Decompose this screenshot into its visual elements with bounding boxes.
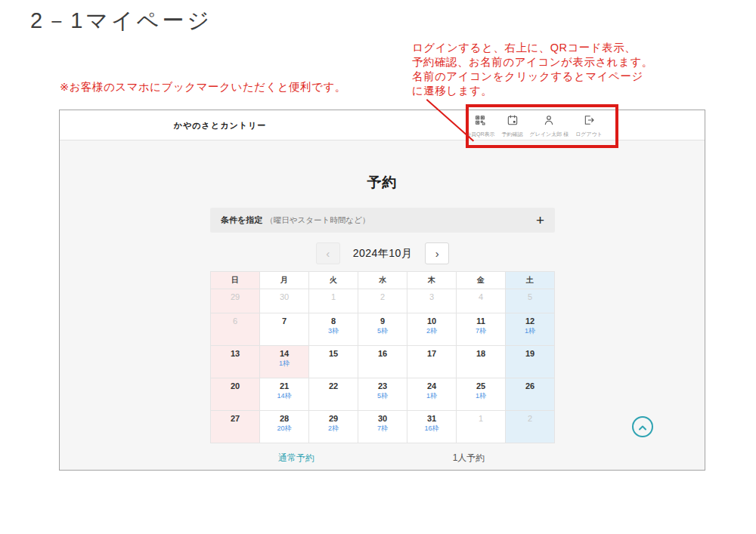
day-number: 17 <box>408 348 455 359</box>
slot-count: 16枠 <box>408 424 455 433</box>
calendar-day-cell: 1 <box>309 289 358 313</box>
slot-count <box>212 360 259 368</box>
slot-count <box>212 392 259 400</box>
filter-conditions-bar[interactable]: 条件を指定 （曜日やスタート時間など） + <box>210 208 555 233</box>
day-number: 22 <box>310 381 357 391</box>
calendar-day-cell: 4 <box>457 289 506 313</box>
calendar-day-cell[interactable]: 121枠 <box>506 313 555 346</box>
day-number: 26 <box>507 381 553 391</box>
annotation-highlight-box <box>466 104 618 148</box>
calendar-day-cell[interactable]: 20 <box>211 378 260 411</box>
day-number: 18 <box>457 348 504 359</box>
day-number: 2 <box>507 413 553 424</box>
calendar-day-cell[interactable]: 3116枠 <box>407 411 457 443</box>
day-number: 19 <box>507 348 553 359</box>
slot-count: 20枠 <box>261 424 308 433</box>
day-number: 12 <box>507 316 553 326</box>
day-number: 14 <box>261 348 308 359</box>
slot-count <box>507 392 553 400</box>
weekday-header: 土 <box>506 272 555 289</box>
day-number: 29 <box>212 292 259 302</box>
weekday-header: 火 <box>309 272 358 289</box>
slot-count: 14枠 <box>261 392 308 400</box>
calendar-weekday-row: 日月火水木金土 <box>211 272 555 289</box>
calendar-day-cell[interactable]: 17 <box>407 346 457 378</box>
day-number: 24 <box>408 381 455 391</box>
slot-count <box>261 327 308 335</box>
day-number: 30 <box>359 413 406 424</box>
day-number: 9 <box>359 316 406 326</box>
slot-count <box>359 303 406 311</box>
calendar-day-cell[interactable]: 117枠 <box>457 313 506 346</box>
calendar-day-cell: 5 <box>506 289 555 313</box>
calendar-day-cell[interactable]: 22 <box>309 378 358 411</box>
calendar-day-cell: 1 <box>457 411 506 443</box>
slot-count <box>212 327 259 335</box>
slot-count: 2枠 <box>310 424 357 433</box>
day-number: 8 <box>310 316 357 326</box>
slot-count: 5枠 <box>359 327 406 335</box>
calendar-day-cell[interactable]: 15 <box>309 346 358 378</box>
scroll-to-top-button[interactable] <box>632 416 653 437</box>
day-number: 4 <box>457 292 504 302</box>
calendar-day-cell[interactable]: 16 <box>358 346 407 378</box>
slot-count <box>507 360 553 368</box>
weekday-header: 木 <box>407 272 457 289</box>
day-number: 28 <box>261 413 308 424</box>
calendar-day-cell[interactable]: 292枠 <box>309 411 358 443</box>
annotation-text: ログインすると、右上に、QRコード表示、 予約確認、お名前のアイコンが表示されま… <box>412 41 653 98</box>
calendar-day-cell[interactable]: 83枠 <box>309 313 358 346</box>
day-number: 13 <box>212 348 259 359</box>
slot-count <box>408 303 455 311</box>
weekday-header: 月 <box>260 272 309 289</box>
day-number: 30 <box>261 292 308 302</box>
slot-count: 5枠 <box>359 392 406 400</box>
calendar-day-cell: 6 <box>211 313 260 346</box>
slot-count: 3枠 <box>310 327 357 335</box>
day-number: 1 <box>457 413 504 424</box>
prev-month-button[interactable]: ‹ <box>316 242 340 264</box>
document-page: 2－1マイページ ※お客様のスマホにブックマークいただくと便利です。 ログインす… <box>0 0 756 534</box>
day-number: 20 <box>212 381 259 391</box>
calendar-day-cell[interactable]: 2820枠 <box>260 411 309 443</box>
day-number: 2 <box>359 292 406 302</box>
month-navigation: ‹ 2024年10月 › <box>210 242 555 264</box>
day-number: 23 <box>359 381 406 391</box>
slot-count: 1枠 <box>408 392 455 400</box>
calendar-day-cell[interactable]: 251枠 <box>457 378 506 411</box>
slot-count <box>261 303 308 311</box>
slot-count <box>310 360 357 368</box>
calendar-day-cell[interactable]: 19 <box>506 346 555 378</box>
reservation-tab-bar: 通常予約 1人予約 <box>210 452 555 465</box>
slot-count: 1枠 <box>261 360 308 368</box>
calendar-day-cell[interactable]: 26 <box>506 378 555 411</box>
calendar-day-cell[interactable]: 102枠 <box>407 313 457 346</box>
calendar-day-cell[interactable]: 27 <box>211 411 260 443</box>
calendar-day-cell[interactable]: 235枠 <box>358 378 407 411</box>
chevron-up-icon <box>638 420 647 434</box>
calendar-day-cell[interactable]: 18 <box>457 346 506 378</box>
tab-normal-reservation[interactable]: 通常予約 <box>210 452 383 465</box>
calendar-day-cell[interactable]: 141枠 <box>260 346 309 378</box>
day-number: 5 <box>507 292 553 302</box>
next-month-button[interactable]: › <box>425 242 449 264</box>
day-number: 16 <box>359 348 406 359</box>
slot-count <box>212 424 259 433</box>
day-number: 6 <box>212 316 259 326</box>
calendar-day-cell[interactable]: 2114枠 <box>260 378 309 411</box>
calendar-day-cell[interactable]: 7 <box>260 313 309 346</box>
slot-count <box>457 360 504 368</box>
calendar-day-cell[interactable]: 241枠 <box>407 378 457 411</box>
bookmark-note: ※お客様のスマホにブックマークいただくと便利です。 <box>60 80 346 94</box>
day-number: 3 <box>408 292 455 302</box>
weekday-header: 水 <box>358 272 407 289</box>
page-title: 予約 <box>60 173 705 193</box>
reservation-calendar: 日月火水木金土 2930123456783枠95枠102枠117枠121枠131… <box>210 271 555 443</box>
calendar-day-cell[interactable]: 307枠 <box>358 411 407 443</box>
tab-single-reservation[interactable]: 1人予約 <box>383 452 555 465</box>
slot-count: 7枠 <box>359 424 406 433</box>
calendar-day-cell: 29 <box>211 289 260 313</box>
plus-icon[interactable]: + <box>536 213 544 227</box>
calendar-day-cell[interactable]: 13 <box>211 346 260 378</box>
calendar-day-cell[interactable]: 95枠 <box>358 313 407 346</box>
